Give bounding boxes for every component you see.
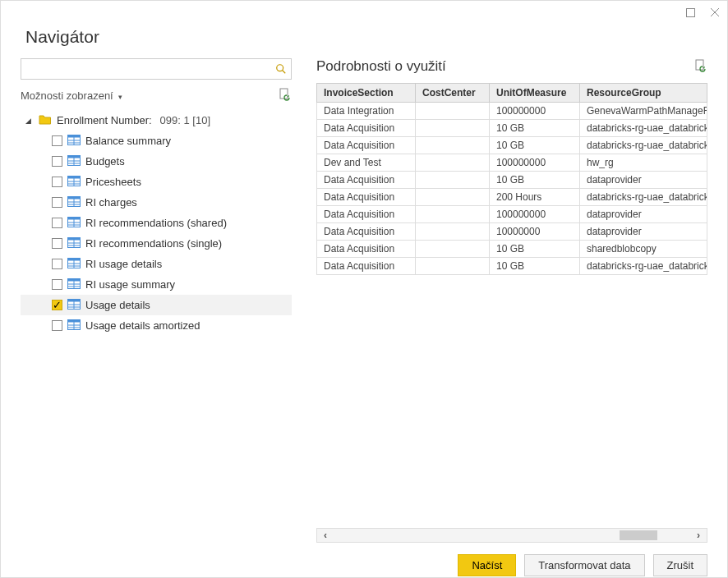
table-icon (67, 196, 81, 209)
tree-item-label: RI recommendations (single) (85, 237, 222, 250)
column-header[interactable]: ResourceGroup (580, 84, 707, 103)
table-cell: 10 GB (490, 241, 580, 258)
table-cell: Dev and Test (317, 154, 416, 172)
table-row[interactable]: Data Acquisition10 GBdatabricks-rg-uae_d… (317, 137, 707, 154)
table-cell (416, 120, 490, 137)
table-cell: 10 GB (490, 258, 580, 275)
checkbox[interactable] (52, 279, 62, 290)
scroll-track[interactable] (334, 529, 690, 542)
transform-data-button[interactable]: Transformovat data (524, 554, 644, 576)
scroll-thumb[interactable] (620, 530, 657, 540)
table-icon (67, 278, 81, 291)
tree-item-label: Usage details (85, 299, 150, 311)
table-row[interactable]: Data Acquisition200 Hoursdatabricks-rg-u… (317, 189, 707, 206)
table-row[interactable]: Data Acquisition10000000dataprovider (317, 223, 707, 241)
page-title: Navigátor (25, 27, 703, 47)
table-cell: sharedblobcopy (580, 241, 707, 258)
table-row[interactable]: Data Acquisition100000000dataprovider (317, 206, 707, 223)
maximize-icon[interactable] (684, 7, 696, 18)
tree-item-label: Pricesheets (85, 176, 141, 188)
tree-root-label: Enrollment Number: (57, 114, 152, 126)
tree-item-label: Budgets (85, 155, 125, 167)
column-header[interactable]: InvoiceSection (317, 84, 416, 103)
table-cell: dataprovider (580, 223, 707, 241)
table-cell (416, 137, 490, 154)
tree-item-label: RI charges (85, 196, 137, 209)
tree-item[interactable]: RI charges (21, 192, 292, 213)
table-cell: Data Acquisition (317, 172, 416, 189)
tree-item[interactable]: RI recommendations (shared) (21, 213, 292, 233)
table-cell: 200 Hours (490, 189, 580, 206)
tree-item[interactable]: Usage details amortized (21, 315, 292, 336)
table-cell: Data Acquisition (317, 206, 416, 223)
refresh-icon[interactable] (279, 88, 292, 103)
search-input-wrap[interactable] (21, 58, 292, 80)
table-cell: 100000000 (490, 154, 580, 172)
tree-item-label: Usage details amortized (85, 319, 200, 332)
scroll-left-icon[interactable]: ‹ (317, 529, 334, 542)
checkbox[interactable] (52, 218, 62, 228)
checkbox[interactable] (52, 135, 62, 146)
collapse-icon[interactable]: ◢ (25, 117, 34, 125)
display-options-label: Možnosti zobrazení (21, 89, 113, 102)
tree-item[interactable]: Pricesheets (21, 172, 292, 192)
table-icon (67, 237, 81, 250)
load-button[interactable]: Načíst (458, 554, 516, 576)
tree-item[interactable]: RI usage summary (21, 274, 292, 295)
tree-item[interactable]: Balance summary (21, 131, 292, 151)
folder-icon (39, 113, 52, 127)
scroll-right-icon[interactable]: › (690, 529, 707, 542)
table-row[interactable]: Data Acquisition10 GBdataprovider (317, 172, 707, 189)
table-cell: Data Integration (317, 103, 416, 120)
table-cell: Data Acquisition (317, 189, 416, 206)
tree-root-value: 099: 1 [10] (160, 114, 210, 126)
table-cell: dataprovider (580, 172, 707, 189)
close-icon[interactable] (709, 7, 721, 18)
table-icon (67, 319, 81, 333)
table-cell (416, 103, 490, 120)
checkbox[interactable] (52, 259, 62, 269)
cancel-button[interactable]: Zrušit (653, 554, 708, 576)
tree-item-label: RI usage summary (85, 278, 175, 291)
table-cell (416, 258, 490, 275)
table-row[interactable]: Data Integration100000000GenevaWarmPathM… (317, 103, 707, 120)
table-cell (416, 241, 490, 258)
display-options-dropdown[interactable]: Možnosti zobrazení ▾ (21, 89, 122, 102)
table-icon (67, 155, 81, 168)
table-icon (67, 258, 81, 271)
table-cell: Data Acquisition (317, 223, 416, 241)
checkbox[interactable] (52, 177, 62, 187)
checkbox[interactable]: ✓ (52, 300, 62, 310)
preview-table: InvoiceSectionCostCenterUnitOfMeasureRes… (316, 83, 707, 275)
table-cell (416, 154, 490, 172)
table-cell: 100000000 (490, 206, 580, 223)
tree-item[interactable]: Budgets (21, 151, 292, 172)
table-cell: databricks-rg-uae_databricks- (580, 137, 707, 154)
checkbox[interactable] (52, 156, 62, 167)
table-row[interactable]: Data Acquisition10 GBdatabricks-rg-uae_d… (317, 120, 707, 137)
table-row[interactable]: Data Acquisition10 GBsharedblobcopy (317, 241, 707, 258)
tree-item[interactable]: ✓Usage details (21, 295, 292, 315)
tree-root[interactable]: ◢ Enrollment Number: 099: 1 [10] (21, 110, 292, 131)
table-row[interactable]: Dev and Test100000000hw_rg (317, 154, 707, 172)
column-header[interactable]: UnitOfMeasure (490, 84, 580, 103)
preview-refresh-icon[interactable] (694, 59, 707, 75)
checkbox[interactable] (52, 320, 62, 331)
table-cell: hw_rg (580, 154, 707, 172)
tree-item[interactable]: RI usage details (21, 254, 292, 274)
tree-item[interactable]: RI recommendations (single) (21, 233, 292, 254)
table-icon (67, 299, 81, 312)
checkbox[interactable] (52, 238, 62, 249)
table-row[interactable]: Data Acquisition10 GBdatabricks-rg-uae_d… (317, 258, 707, 275)
checkbox[interactable] (52, 197, 62, 208)
table-cell: 10 GB (490, 172, 580, 189)
tree-item-label: RI recommendations (shared) (85, 217, 227, 229)
table-cell (416, 189, 490, 206)
search-input[interactable] (21, 59, 271, 79)
table-cell: Data Acquisition (317, 137, 416, 154)
table-cell: Data Acquisition (317, 120, 416, 137)
search-icon[interactable] (271, 63, 291, 75)
column-header[interactable]: CostCenter (416, 84, 490, 103)
table-cell: 100000000 (490, 103, 580, 120)
horizontal-scrollbar[interactable]: ‹ › (316, 528, 707, 543)
